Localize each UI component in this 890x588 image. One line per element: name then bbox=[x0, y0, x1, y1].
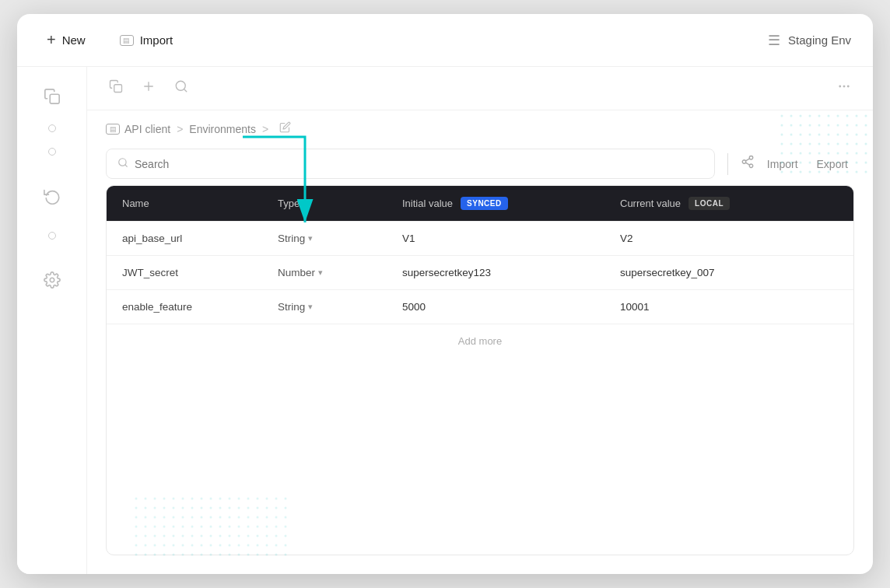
sidebar-history-icon[interactable] bbox=[35, 179, 69, 213]
td-current-0: V2 bbox=[620, 233, 838, 244]
share-icon[interactable] bbox=[741, 155, 755, 173]
svg-rect-0 bbox=[50, 94, 59, 103]
svg-point-11 bbox=[843, 86, 845, 87]
app-window: + New ▤ Import ☰ Staging Env bbox=[17, 14, 873, 574]
top-toolbar: + New ▤ Import ☰ Staging Env bbox=[17, 14, 873, 67]
td-type-0: String ▾ bbox=[278, 233, 402, 244]
env-label: Staging Env bbox=[788, 33, 851, 47]
svg-line-19 bbox=[745, 159, 749, 161]
svg-line-14 bbox=[125, 165, 128, 167]
badge-synced: SYNCED bbox=[461, 197, 508, 210]
td-current-1: supersecretkey_007 bbox=[620, 267, 838, 278]
sidebar-dot-3 bbox=[48, 232, 56, 240]
sidebar bbox=[17, 67, 87, 574]
td-name-2: enable_feature bbox=[122, 301, 278, 313]
add-more-button[interactable]: Add more bbox=[107, 324, 853, 358]
table-row[interactable]: api_base_url String ▾ V1 V2 bbox=[107, 221, 853, 255]
search-actions: Import Export bbox=[741, 155, 854, 173]
main-body: ▤ API client > Environments > bbox=[17, 67, 873, 574]
search-divider bbox=[727, 153, 728, 175]
sec-search-icon[interactable] bbox=[171, 76, 191, 100]
breadcrumb-api-client[interactable]: ▤ API client bbox=[106, 123, 170, 135]
edit-icon[interactable] bbox=[279, 121, 291, 136]
td-name-1: JWT_secret bbox=[122, 267, 278, 278]
chevron-down-icon[interactable]: ▾ bbox=[308, 233, 313, 243]
new-button[interactable]: + New bbox=[39, 26, 93, 54]
content-area: ▤ API client > Environments > bbox=[87, 67, 873, 574]
search-icon bbox=[117, 157, 128, 170]
td-name-0: api_base_url bbox=[122, 233, 278, 244]
import-button[interactable]: ▤ Import bbox=[112, 29, 181, 51]
new-label: New bbox=[62, 33, 86, 47]
sidebar-dot-2 bbox=[48, 148, 56, 156]
svg-point-12 bbox=[848, 86, 850, 87]
table-header: Name Type Initial value SYNCED Current v… bbox=[107, 186, 853, 221]
sec-copy-icon[interactable] bbox=[106, 76, 126, 100]
breadcrumb-environments[interactable]: Environments bbox=[189, 123, 256, 135]
breadcrumb-sep-1: > bbox=[177, 123, 183, 135]
svg-point-10 bbox=[839, 86, 841, 87]
breadcrumb-sep-2: > bbox=[262, 123, 268, 135]
th-type: Type bbox=[278, 198, 402, 209]
env-selector[interactable]: ☰ Staging Env bbox=[768, 32, 851, 49]
search-input-wrap[interactable] bbox=[106, 149, 715, 179]
sec-add-icon[interactable] bbox=[138, 76, 159, 100]
td-type-1: Number ▾ bbox=[278, 267, 402, 278]
import-label: Import bbox=[140, 33, 173, 47]
breadcrumb: ▤ API client > Environments > bbox=[87, 110, 873, 142]
plus-icon: + bbox=[47, 31, 56, 49]
api-client-icon: ▤ bbox=[106, 124, 120, 135]
import-icon: ▤ bbox=[120, 35, 134, 46]
chevron-down-icon[interactable]: ▾ bbox=[308, 302, 313, 312]
th-initial-value: Initial value SYNCED bbox=[402, 197, 620, 210]
hamburger-icon: ☰ bbox=[768, 32, 780, 49]
table-row[interactable]: JWT_secret Number ▾ supersecretkey123 su… bbox=[107, 255, 853, 289]
sidebar-settings-icon[interactable] bbox=[35, 263, 69, 297]
td-current-2: 10001 bbox=[620, 301, 838, 313]
export-action-btn[interactable]: Export bbox=[811, 155, 854, 173]
sidebar-copy-icon[interactable] bbox=[35, 79, 69, 114]
import-action-btn[interactable]: Import bbox=[761, 155, 804, 173]
breadcrumb-api-label: API client bbox=[124, 123, 170, 135]
svg-point-1 bbox=[50, 278, 54, 282]
search-input[interactable] bbox=[135, 158, 703, 170]
search-bar: Import Export bbox=[87, 142, 873, 185]
secondary-toolbar bbox=[87, 67, 873, 110]
sidebar-dot-1 bbox=[48, 124, 56, 132]
th-current-value: Current value LOCAL bbox=[620, 197, 838, 210]
svg-line-9 bbox=[184, 89, 186, 91]
td-initial-0: V1 bbox=[402, 233, 620, 244]
th-name: Name bbox=[122, 198, 278, 209]
sec-more-icon[interactable] bbox=[834, 76, 854, 100]
svg-rect-5 bbox=[114, 85, 122, 93]
breadcrumb-env-label: Environments bbox=[189, 123, 256, 135]
svg-line-18 bbox=[745, 163, 749, 165]
table-row[interactable]: enable_feature String ▾ 5000 10001 bbox=[107, 289, 853, 324]
td-initial-1: supersecretkey123 bbox=[402, 267, 620, 278]
toolbar-left: + New ▤ Import bbox=[39, 26, 180, 54]
td-initial-2: 5000 bbox=[402, 301, 620, 313]
badge-local: LOCAL bbox=[689, 197, 730, 210]
env-table: Name Type Initial value SYNCED Current v… bbox=[106, 185, 854, 555]
td-type-2: String ▾ bbox=[278, 301, 402, 313]
chevron-down-icon[interactable]: ▾ bbox=[318, 268, 323, 278]
